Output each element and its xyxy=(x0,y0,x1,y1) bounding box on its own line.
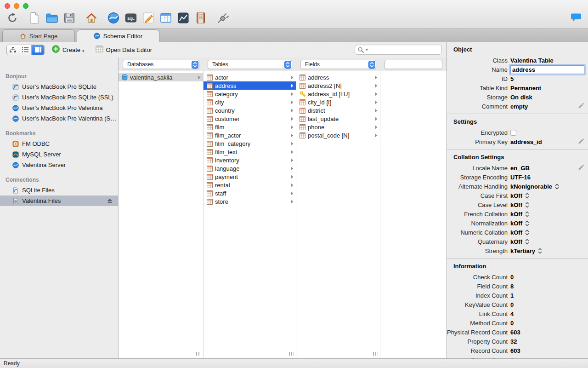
item-label: address xyxy=(215,82,288,89)
dropdown-label: Tables xyxy=(212,61,284,68)
minimize-button[interactable] xyxy=(14,3,19,9)
table-item[interactable]: actor xyxy=(204,73,296,81)
table-icon xyxy=(300,124,305,130)
table-item[interactable]: customer xyxy=(204,115,296,123)
field-item[interactable]: phone xyxy=(296,123,380,131)
zoom-button[interactable] xyxy=(23,3,28,9)
database-item[interactable]: valentina_sakila xyxy=(119,73,203,81)
stepper-icon[interactable] xyxy=(368,61,375,69)
property-label: Quaternary xyxy=(447,238,510,245)
table-item[interactable]: payment xyxy=(204,172,296,181)
open-folder-button[interactable] xyxy=(43,10,61,27)
table-item[interactable]: rental xyxy=(204,181,296,189)
property-value: kOff xyxy=(510,220,522,227)
table-item[interactable]: film_text xyxy=(204,148,296,156)
updown-icon[interactable] xyxy=(525,230,529,236)
valentina-logo-button[interactable] xyxy=(105,10,122,27)
table-icon xyxy=(207,91,213,97)
table-item[interactable]: category xyxy=(204,90,296,98)
inspector-section-title: Information xyxy=(447,259,588,272)
updown-icon[interactable] xyxy=(525,202,529,208)
close-button[interactable] xyxy=(5,3,10,9)
table-item[interactable]: city xyxy=(204,98,296,106)
updown-icon[interactable] xyxy=(555,184,559,190)
field-item[interactable]: postal_code [N] xyxy=(296,131,380,139)
tab-start-page[interactable]: Start Page xyxy=(2,29,75,42)
filter-field[interactable] xyxy=(384,60,442,69)
save-icon xyxy=(64,12,75,25)
eject-button[interactable] xyxy=(107,198,113,203)
property-row: KeyValue Count0 xyxy=(447,300,588,309)
property-label: Storage xyxy=(447,94,510,101)
property-row: French CollationkOff xyxy=(447,209,588,218)
field-item[interactable]: district xyxy=(296,106,380,115)
resize-grip[interactable] xyxy=(196,352,201,356)
table-item[interactable]: film xyxy=(204,123,296,131)
table-item[interactable]: address xyxy=(204,81,296,90)
connect-button[interactable] xyxy=(214,10,232,27)
status-text: Ready xyxy=(4,360,20,367)
edit-pencil-icon[interactable] xyxy=(578,165,584,171)
table-item[interactable]: country xyxy=(204,106,296,115)
table-item[interactable]: language xyxy=(204,164,296,172)
chart-button[interactable] xyxy=(175,10,192,27)
table-item[interactable]: film_actor xyxy=(204,131,296,139)
feedback-chat-button[interactable] xyxy=(571,13,582,23)
property-label: Alternate Handling xyxy=(447,183,510,190)
search-input[interactable] xyxy=(370,46,439,53)
resize-grip[interactable] xyxy=(289,352,294,356)
fields-dropdown[interactable]: Fields xyxy=(300,60,376,69)
save-button[interactable] xyxy=(61,10,78,27)
search-field[interactable] xyxy=(355,45,442,55)
diagram-editor-button[interactable] xyxy=(140,10,157,27)
tree-view-button[interactable] xyxy=(7,45,19,55)
field-item[interactable]: address xyxy=(296,73,380,81)
name-input[interactable] xyxy=(510,65,584,74)
home-button[interactable] xyxy=(83,10,100,27)
sidebar-item[interactable]: Valentina Files xyxy=(0,196,118,206)
sidebar-item[interactable]: User’s MacBook Pro SQLite (SSL) xyxy=(0,92,118,103)
undo-button[interactable] xyxy=(4,10,21,27)
sidebar-item[interactable]: FM ODBC xyxy=(0,138,118,149)
sidebar-item[interactable]: Valentina Server xyxy=(0,160,118,170)
tab-schema-editor[interactable]: Schema Editor xyxy=(77,29,159,42)
tables-dropdown[interactable]: Tables xyxy=(208,60,292,69)
field-item[interactable]: last_update xyxy=(296,115,380,123)
table-item[interactable]: inventory xyxy=(204,156,296,164)
field-item[interactable]: address2 [N] xyxy=(296,81,380,90)
sidebar-item[interactable]: User’s MacBook Pro SQLite xyxy=(0,81,118,92)
updown-icon[interactable] xyxy=(525,220,529,226)
edit-pencil-icon[interactable] xyxy=(578,103,584,109)
updown-icon[interactable] xyxy=(538,248,542,254)
new-document-button[interactable] xyxy=(26,10,43,27)
updown-icon[interactable] xyxy=(525,239,529,245)
updown-icon[interactable] xyxy=(525,211,529,217)
property-row: Name xyxy=(447,65,588,74)
stepper-icon[interactable] xyxy=(284,61,291,69)
list-view-button[interactable] xyxy=(19,45,32,55)
chart-icon xyxy=(177,12,189,25)
sidebar-item[interactable]: SQLite Files xyxy=(0,185,118,196)
open-data-editor-button[interactable]: Open Data Editor xyxy=(96,46,152,54)
sidebar-item[interactable]: User’s MacBook Pro Valentina xyxy=(0,103,118,113)
create-button[interactable]: Create ▾ xyxy=(52,45,85,54)
data-editor-button[interactable] xyxy=(157,10,175,27)
report-button[interactable] xyxy=(192,10,209,27)
table-item[interactable]: store xyxy=(204,197,296,206)
databases-dropdown[interactable]: Databases xyxy=(123,60,199,69)
columns-view-button[interactable] xyxy=(32,45,44,55)
sidebar-item[interactable]: MySQL Server xyxy=(0,149,118,160)
property-value: Permanent xyxy=(510,85,541,92)
updown-icon[interactable] xyxy=(525,193,529,199)
resize-grip[interactable] xyxy=(373,352,378,356)
checkbox[interactable] xyxy=(510,130,516,136)
field-item[interactable]: city_id [I] xyxy=(296,98,380,106)
sidebar-item-label: MySQL Server xyxy=(22,151,61,158)
stepper-icon[interactable] xyxy=(192,61,198,69)
field-item[interactable]: address_id [I:U] xyxy=(296,90,380,98)
table-item[interactable]: staff xyxy=(204,189,296,197)
edit-pencil-icon[interactable] xyxy=(578,138,584,144)
table-item[interactable]: film_category xyxy=(204,139,296,148)
sidebar-item[interactable]: User’s MacBook Pro Valentina (S… xyxy=(0,113,118,124)
sql-editor-button[interactable]: SQL xyxy=(122,10,140,27)
